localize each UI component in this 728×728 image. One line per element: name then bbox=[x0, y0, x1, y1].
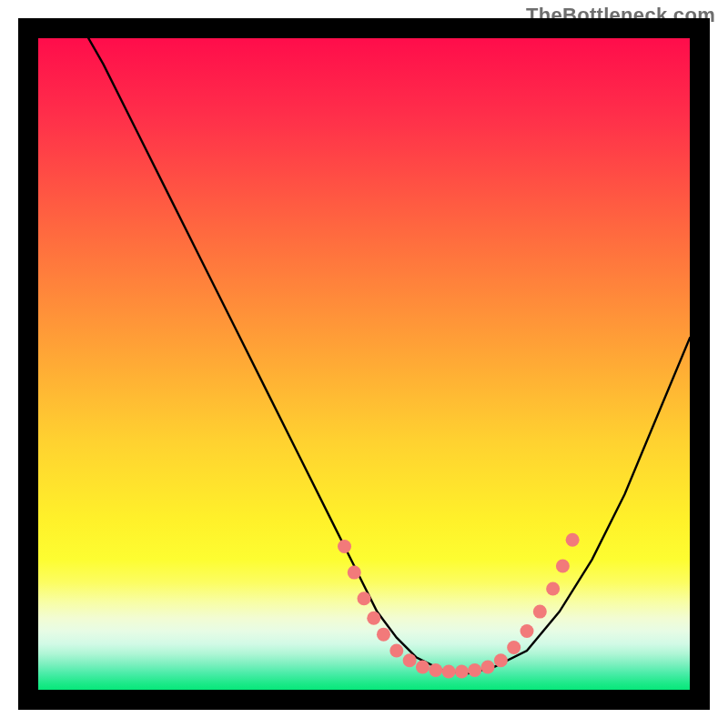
curve-marker bbox=[348, 566, 361, 580]
curve-marker bbox=[377, 628, 390, 642]
curve-marker bbox=[358, 592, 371, 605]
curve-marker bbox=[494, 653, 508, 667]
curve-marker bbox=[556, 559, 570, 572]
chart-stage: TheBottleneck.com bbox=[0, 0, 728, 728]
chart-svg bbox=[38, 38, 690, 690]
curve-marker bbox=[403, 653, 417, 667]
curve-marker bbox=[429, 663, 442, 677]
curve-marker bbox=[389, 644, 403, 658]
curve-marker bbox=[566, 533, 580, 547]
curve-marker bbox=[367, 612, 380, 625]
curve-marker bbox=[521, 624, 534, 638]
plot-frame bbox=[18, 18, 710, 710]
curve-marker bbox=[468, 663, 481, 677]
curve-marker bbox=[442, 664, 456, 678]
curve-marker bbox=[546, 582, 560, 596]
curve-marker bbox=[481, 660, 495, 673]
curve-marker bbox=[533, 605, 547, 619]
curve-marker bbox=[507, 641, 521, 654]
curve-marker bbox=[455, 664, 469, 678]
bottleneck-curve bbox=[77, 38, 690, 673]
curve-marker bbox=[338, 540, 351, 553]
curve-marker bbox=[416, 660, 430, 673]
